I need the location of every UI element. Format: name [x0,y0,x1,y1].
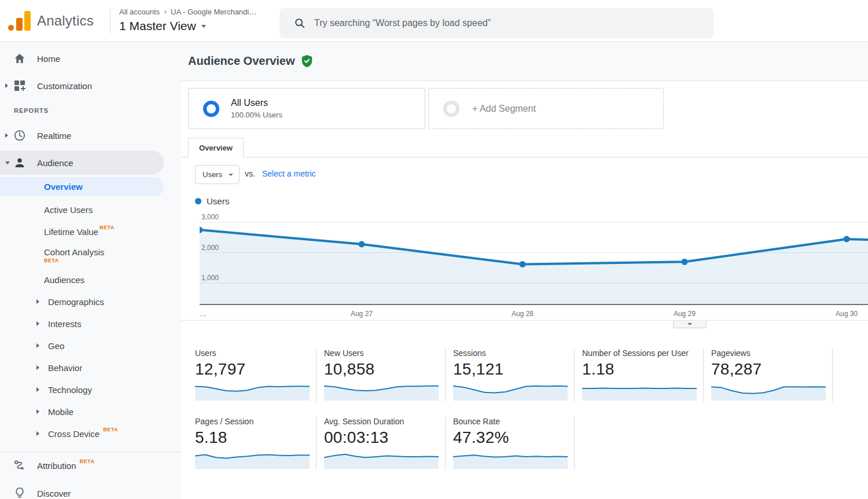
sidebar-item-mobile[interactable]: Mobile [0,403,181,420]
expand-arrow-icon[interactable] [36,343,39,348]
expand-arrow-icon[interactable] [5,83,8,88]
analytics-logo-icon [8,11,31,31]
sidebar-item-label: Lifetime Value [44,227,98,237]
metric-label: New Users [324,348,445,359]
tab-label: Overview [199,144,233,152]
page-title: Audience Overview [188,54,313,68]
sidebar-item-cohort-analysis[interactable]: Cohort Analysis BETA [0,243,181,267]
metric-card: New Users 10,858 [324,348,446,402]
metric-card: Pageviews 78,287 [711,348,833,402]
metric-label: Avg. Session Duration [324,417,445,427]
data-quality-shield-icon [301,54,313,68]
sidebar-item-label: Realtime [37,131,71,141]
search-input[interactable] [314,8,713,38]
metric-value: 5.18 [195,428,316,448]
expand-arrow-icon[interactable] [36,299,39,304]
vs-label: vs. [245,169,255,178]
sidebar-item-label: Customization [37,81,92,91]
sidebar-item-attribution[interactable]: Attribution BETA [0,457,181,474]
view-selector-label: 1 Master View [119,19,196,33]
sidebar-item-custom[interactable]: Custom [0,447,181,452]
sidebar-item-home[interactable]: Home [0,50,181,67]
expand-arrow-icon[interactable] [36,387,39,392]
sidebar-item-label: Overview [44,182,83,192]
sidebar-item-audiences[interactable]: Audiences [0,271,181,288]
segment-all-users[interactable]: All Users 100.00% Users [188,88,425,129]
metric-card: Pages / Session 5.18 [195,417,317,470]
metric-card: Sessions 15,121 [453,348,575,402]
top-app-bar: Analytics All accounts › UA - Google Mer… [0,0,868,42]
sidebar-item-label: Technology [48,385,92,395]
metric-label: Sessions [453,348,574,359]
clock-icon [13,129,27,142]
expand-arrow-icon[interactable] [36,409,39,414]
sidebar-item-geo[interactable]: Geo [0,337,181,354]
analytics-logo[interactable]: Analytics [8,11,94,31]
sidebar-item-realtime[interactable]: Realtime [0,127,181,144]
breadcrumb: All accounts › UA - Google Merchandi… 1 … [119,6,256,33]
attribution-icon [13,458,27,472]
breadcrumb-all-accounts[interactable]: All accounts [119,8,160,16]
breadcrumb-account[interactable]: UA - Google Merchandi… [171,8,256,16]
topbar-divider [110,9,111,34]
beta-badge: BETA [103,427,118,432]
chart-legend: Users [195,196,229,206]
metric-value: 47.32% [453,428,574,448]
chevron-down-icon [687,323,692,325]
metric-sparkline [453,449,568,469]
sidebar-item-label: Cross Device [48,429,100,439]
metric-selector-dropdown[interactable]: Users [195,165,240,184]
sidebar-item-discover[interactable]: Discover [0,485,181,499]
sidebar-scroll-area: Home Customization REPORTS [0,42,181,452]
segment-title: All Users [231,98,282,108]
breadcrumb-chevron-icon: › [164,8,167,16]
customization-icon [13,79,27,93]
chevron-down-icon [229,174,233,176]
metric-sparkline [324,449,439,469]
report-content: All Users 100.00% Users + Add Segment Ov… [181,81,868,499]
sidebar-item-technology[interactable]: Technology [0,381,181,398]
sidebar-item-demographics[interactable]: Demographics [0,293,181,310]
metric-value: 78,287 [711,360,832,380]
x-axis-label: Aug 28 [512,310,534,318]
brand-name: Analytics [37,13,94,29]
y-axis-tick-label: 3,000 [201,213,219,221]
metrics-row-2: Pages / Session 5.18 Avg. Session Durati… [195,417,582,470]
sidebar-item-interests[interactable]: Interests [0,315,181,332]
metric-label: Users [195,348,316,359]
person-icon [13,156,27,170]
search-bar[interactable] [279,8,713,38]
metric-card: Number of Sessions per User 1.18 [582,348,704,402]
sidebar-item-active-users[interactable]: Active Users [0,201,181,218]
users-timeseries-chart: 1,0002,0003,000 [200,214,868,305]
collapse-arrow-icon[interactable] [5,162,10,164]
tab-overview[interactable]: Overview [188,138,244,157]
metric-label: Pages / Session [195,417,316,427]
beta-badge: BETA [80,458,95,464]
sidebar-item-overview[interactable]: Overview [0,177,164,196]
sidebar-item-audience[interactable]: Audience [0,151,164,175]
chart-expander-button[interactable] [673,321,707,328]
metric-value: 00:03:13 [324,428,445,448]
sidebar-item-cross-device[interactable]: Cross Device BETA [0,425,181,442]
expand-arrow-icon[interactable] [36,365,39,370]
view-selector[interactable]: 1 Master View [119,19,256,33]
add-segment-button[interactable]: + Add Segment [428,88,664,129]
expand-arrow-icon[interactable] [5,133,8,138]
legend-dot-icon [195,198,201,204]
expand-arrow-icon[interactable] [36,431,39,436]
add-segment-label: + Add Segment [472,104,536,114]
expand-arrow-icon[interactable] [36,321,39,326]
beta-badge: BETA [44,258,59,263]
x-axis-label: Aug 29 [674,310,696,318]
metric-label: Bounce Rate [453,417,574,427]
x-axis-label: … [200,310,207,318]
select-a-metric-link[interactable]: Select a metric [262,169,316,178]
metric-sparkline [582,381,697,401]
sidebar-item-customization[interactable]: Customization [0,77,181,94]
sidebar-item-lifetime-value[interactable]: Lifetime Value BETA [0,223,181,240]
sidebar-item-behavior[interactable]: Behavior [0,359,181,376]
lightbulb-icon [13,486,27,499]
search-icon [293,17,306,30]
sidebar-item-label: Discover [37,489,71,498]
